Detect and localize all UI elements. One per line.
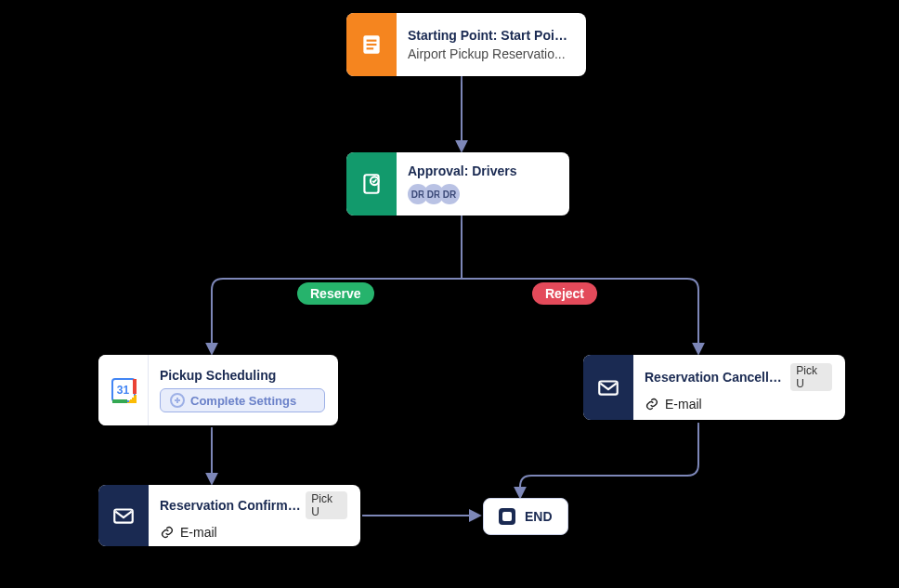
svg-rect-6 (114, 510, 133, 523)
node-title: Starting Point: Start Point: Pi... (408, 28, 573, 43)
plus-icon (170, 393, 185, 408)
node-subtitle: Airport Pickup Reservatio... (408, 46, 573, 61)
complete-settings-button[interactable]: Complete Settings (160, 388, 325, 412)
svg-rect-2 (367, 44, 377, 46)
button-label: Complete Settings (190, 394, 296, 408)
tag: Pick U (790, 363, 832, 391)
channel-label: E-mail (665, 397, 702, 412)
calendar-icon: 31 (98, 355, 149, 425)
node-title: Pickup Scheduling (160, 368, 325, 383)
decision-reject[interactable]: Reject (532, 282, 597, 305)
mail-icon (98, 485, 149, 546)
avatar: DR (439, 184, 460, 204)
end-label: END (525, 509, 553, 524)
node-confirmed[interactable]: Reservation Confirmed:. Pick U E-mail (98, 485, 360, 546)
form-icon (346, 13, 397, 76)
workflow-canvas[interactable]: Starting Point: Start Point: Pi... Airpo… (0, 0, 899, 588)
tag: Pick U (306, 491, 347, 519)
node-title: Approval: Drivers (408, 163, 556, 178)
link-icon (160, 525, 175, 540)
assignee-avatars: DR DR DR (408, 184, 556, 204)
stop-icon (499, 508, 515, 525)
node-title: Reservation Confirmed:. (160, 498, 302, 513)
svg-rect-1 (367, 40, 377, 42)
decision-reserve[interactable]: Reserve (297, 282, 374, 305)
svg-rect-3 (367, 47, 374, 49)
node-title: Reservation Cancelled: . (645, 370, 787, 385)
node-start[interactable]: Starting Point: Start Point: Pi... Airpo… (346, 13, 586, 76)
channel-label: E-mail (180, 525, 217, 540)
node-approval[interactable]: Approval: Drivers DR DR DR (346, 152, 569, 216)
node-cancelled[interactable]: Reservation Cancelled: . Pick U E-mail (583, 355, 845, 420)
node-end[interactable]: END (483, 498, 568, 535)
calendar-day: 31 (110, 376, 137, 404)
link-icon (645, 397, 659, 412)
approval-icon (346, 152, 397, 216)
svg-rect-7 (599, 382, 618, 395)
mail-icon (583, 355, 633, 420)
node-scheduling[interactable]: 31 Pickup Scheduling Complete Settings (98, 355, 338, 425)
